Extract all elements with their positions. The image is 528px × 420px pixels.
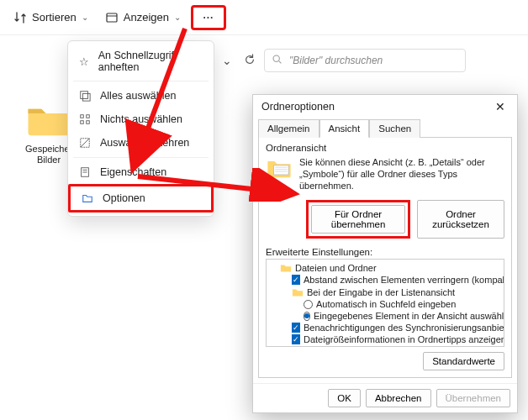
apply-button[interactable]: Übernehmen bbox=[436, 389, 510, 407]
ctx-label: Auswahl umkehren bbox=[100, 137, 189, 149]
ctx-options-highlight: Optionen bbox=[68, 184, 214, 213]
svg-rect-6 bbox=[81, 121, 84, 124]
more-icon: ··· bbox=[202, 11, 215, 24]
checkbox-icon: ✓ bbox=[292, 334, 300, 344]
folder-caption: Gespeicherte Bilder bbox=[25, 144, 72, 165]
refresh-button[interactable] bbox=[244, 54, 256, 68]
close-button[interactable]: ✕ bbox=[492, 100, 509, 113]
tree-item[interactable]: ✓Benachrichtigungen des Synchronisierung… bbox=[268, 322, 502, 333]
more-button[interactable]: ··· bbox=[198, 9, 219, 26]
apply-to-folders-highlight: Für Ordner übernehmen bbox=[306, 200, 410, 239]
svg-rect-0 bbox=[107, 13, 117, 22]
invert-icon bbox=[78, 136, 92, 150]
search-box[interactable] bbox=[264, 49, 466, 72]
restore-defaults-button[interactable]: Standardwerte bbox=[423, 352, 504, 370]
group-description: Sie können diese Ansicht (z. B. „Details… bbox=[299, 156, 504, 192]
checkbox-icon: ✓ bbox=[292, 275, 300, 285]
chevron-down-icon: ⌄ bbox=[82, 13, 88, 22]
ctx-label: An Schnellzugriff anheften bbox=[98, 50, 203, 73]
svg-rect-7 bbox=[87, 121, 90, 124]
more-button-highlight: ··· bbox=[191, 5, 226, 30]
context-menu: ☆ An Schnellzugriff anheften Alles auswä… bbox=[67, 40, 214, 217]
ctx-label: Nichts auswählen bbox=[100, 113, 182, 125]
separator bbox=[73, 157, 209, 158]
tree-item[interactable]: Eingegebenes Element in der Ansicht ausw… bbox=[268, 310, 502, 322]
sort-icon bbox=[13, 11, 27, 24]
tree-label: Dateien und Ordner bbox=[295, 263, 377, 273]
svg-rect-3 bbox=[82, 93, 90, 101]
folder-icon bbox=[292, 286, 304, 297]
folder-icon bbox=[280, 262, 292, 273]
tree-label: Benachrichtigungen des Synchronisierungs… bbox=[304, 323, 504, 333]
view-icon bbox=[105, 11, 119, 24]
apply-to-folders-button[interactable]: Für Ordner übernehmen bbox=[311, 205, 405, 234]
dialog-footer: OK Abbrechen Übernehmen bbox=[253, 383, 517, 412]
tree-label: Dateisymbol auf Miniaturansichten anzeig… bbox=[305, 346, 487, 347]
tree-label: Dateigrößeinformationen in Ordnertipps a… bbox=[304, 334, 504, 344]
view-button[interactable]: Anzeigen ⌄ bbox=[98, 8, 187, 28]
folder-view-icon bbox=[266, 156, 293, 182]
folder-options-dialog: Ordneroptionen ✕ Allgemein Ansicht Suche… bbox=[252, 94, 518, 413]
select-none-icon bbox=[78, 113, 92, 126]
tree-group: Dateien und Ordner bbox=[268, 261, 502, 274]
dialog-titlebar: Ordneroptionen ✕ bbox=[253, 95, 517, 118]
ctx-properties[interactable]: Eigenschaften bbox=[68, 160, 214, 184]
chevron-down-icon: ⌄ bbox=[174, 13, 181, 22]
svg-line-13 bbox=[279, 61, 281, 63]
group-title: Ordneransicht bbox=[266, 143, 504, 153]
ctx-label: Optionen bbox=[103, 192, 145, 204]
ctx-options[interactable]: Optionen bbox=[71, 186, 211, 210]
ctx-label: Alles auswählen bbox=[100, 90, 176, 102]
tree-item[interactable]: ✓Abstand zwischen Elementen verringern (… bbox=[268, 274, 502, 286]
radio-icon bbox=[304, 312, 310, 321]
search-input[interactable] bbox=[288, 54, 458, 67]
svg-point-12 bbox=[273, 55, 279, 61]
dialog-body: Ordneransicht Sie können diese Ansicht (… bbox=[258, 137, 512, 378]
options-folder-icon bbox=[81, 192, 94, 205]
tab-strip: Allgemein Ansicht Suchen bbox=[253, 118, 517, 137]
tab-general[interactable]: Allgemein bbox=[258, 119, 319, 138]
tree-label: Bei der Eingabe in der Listenansicht bbox=[307, 287, 455, 297]
svg-rect-14 bbox=[274, 165, 289, 175]
advanced-settings-tree[interactable]: Dateien und Ordner ✓Abstand zwischen Ele… bbox=[266, 259, 504, 347]
ctx-select-all[interactable]: Alles auswählen bbox=[68, 84, 214, 108]
svg-rect-4 bbox=[81, 115, 84, 118]
tab-search[interactable]: Suchen bbox=[369, 119, 420, 138]
tree-label: Automatisch in Suchfeld eingeben bbox=[316, 299, 456, 309]
ctx-select-none[interactable]: Nichts auswählen bbox=[68, 108, 214, 131]
breadcrumb-chevron[interactable]: ⌄ bbox=[219, 54, 235, 67]
ctx-label: Eigenschaften bbox=[100, 166, 166, 178]
advanced-settings-label: Erweiterte Einstellungen: bbox=[266, 247, 504, 257]
tree-label: Abstand zwischen Elementen verringern (k… bbox=[304, 275, 504, 285]
tree-item[interactable]: ✓Dateisymbol auf Miniaturansichten anzei… bbox=[268, 345, 502, 347]
properties-icon bbox=[78, 165, 92, 179]
tree-label: Eingegebenes Element in der Ansicht ausw… bbox=[314, 311, 504, 321]
tree-group: Bei der Eingabe in der Listenansicht bbox=[268, 286, 502, 298]
sort-label: Sortieren bbox=[32, 11, 77, 24]
checkbox-icon: ✓ bbox=[292, 323, 300, 333]
cancel-button[interactable]: Abbrechen bbox=[366, 389, 431, 407]
reset-folders-button[interactable]: Ordner zurücksetzen bbox=[417, 200, 504, 239]
folder-item[interactable]: Gespeicherte Bilder bbox=[25, 101, 72, 165]
tab-view[interactable]: Ansicht bbox=[319, 119, 370, 138]
separator bbox=[73, 81, 209, 81]
dialog-title: Ordneroptionen bbox=[261, 101, 492, 113]
tree-item[interactable]: ✓Dateigrößeinformationen in Ordnertipps … bbox=[268, 333, 502, 345]
ok-button[interactable]: OK bbox=[328, 389, 361, 407]
radio-icon bbox=[304, 300, 313, 309]
ctx-pin-to-quick-access[interactable]: ☆ An Schnellzugriff anheften bbox=[68, 45, 214, 78]
star-icon: ☆ bbox=[78, 55, 90, 68]
toolbar: Sortieren ⌄ Anzeigen ⌄ ··· bbox=[0, 0, 528, 35]
ctx-invert-selection[interactable]: Auswahl umkehren bbox=[68, 131, 214, 155]
view-label: Anzeigen bbox=[124, 11, 169, 24]
tree-item[interactable]: Automatisch in Suchfeld eingeben bbox=[268, 298, 502, 310]
search-icon bbox=[272, 54, 282, 67]
svg-rect-2 bbox=[81, 92, 88, 99]
nav-row: ⌄ bbox=[219, 49, 466, 72]
sort-button[interactable]: Sortieren ⌄ bbox=[7, 8, 95, 28]
select-all-icon bbox=[78, 89, 92, 102]
svg-rect-5 bbox=[87, 115, 90, 118]
checkbox-icon: ✓ bbox=[292, 346, 302, 347]
